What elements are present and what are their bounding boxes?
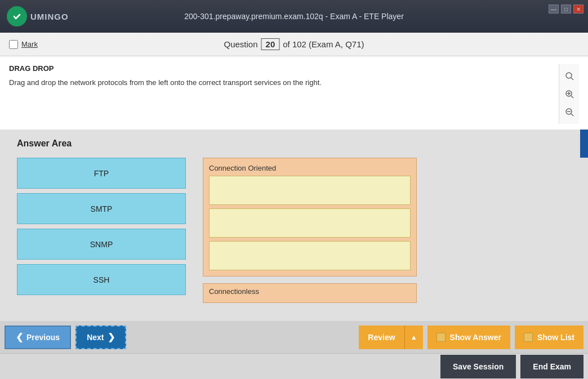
svg-point-0 bbox=[11, 11, 23, 22]
previous-button[interactable]: ❮ Previous bbox=[5, 326, 71, 349]
svg-line-4 bbox=[571, 96, 573, 98]
mark-checkbox[interactable] bbox=[9, 40, 18, 49]
connectionless-title: Connectionless bbox=[209, 287, 411, 296]
search-icon[interactable] bbox=[563, 70, 576, 82]
connection-oriented-title: Connection Oriented bbox=[209, 164, 411, 172]
save-session-button[interactable]: Save Session bbox=[440, 355, 516, 378]
minimize-button[interactable]: — bbox=[549, 5, 559, 14]
connectionless-group: Connectionless bbox=[203, 283, 417, 303]
svg-line-2 bbox=[571, 78, 573, 80]
question-content: DRAG DROP Drag and drop the network prot… bbox=[9, 64, 559, 124]
question-area: DRAG DROP Drag and drop the network prot… bbox=[0, 56, 588, 130]
window-controls: — □ ✕ bbox=[549, 5, 583, 14]
toolbar: Mark Question 20 of 102 (Exam A, Q71) bbox=[0, 33, 588, 56]
close-button[interactable]: ✕ bbox=[573, 5, 583, 14]
chevron-right-icon: ❯ bbox=[108, 332, 115, 342]
scrollbar-track[interactable] bbox=[580, 130, 588, 321]
question-number: 20 bbox=[261, 38, 280, 50]
next-button[interactable]: Next ❯ bbox=[75, 326, 126, 349]
logo-icon bbox=[7, 6, 27, 26]
drag-drop-container: FTP SMTP SNMP SSH Connection Oriented Co… bbox=[17, 158, 563, 303]
maximize-button[interactable]: □ bbox=[561, 5, 571, 14]
show-list-checkbox bbox=[524, 333, 533, 342]
review-button[interactable]: Review bbox=[359, 326, 404, 349]
review-label: Review bbox=[368, 333, 395, 342]
window-title: 200-301.prepaway.premium.exam.102q - Exa… bbox=[184, 12, 404, 21]
drag-item-ssh[interactable]: SSH bbox=[17, 264, 186, 295]
title-bar: UMINGO 200-301.prepaway.premium.exam.102… bbox=[0, 0, 588, 33]
right-areas: Connection Oriented Connectionless bbox=[203, 158, 417, 303]
bottom-bar-row1: ❮ Previous Next ❯ Review ▲ Show Answer S… bbox=[0, 321, 588, 354]
chevron-down-icon: ▲ bbox=[411, 333, 417, 341]
mark-checkbox-container: Mark bbox=[9, 40, 38, 49]
review-dropdown-button[interactable]: ▲ bbox=[405, 326, 423, 349]
previous-label: Previous bbox=[26, 333, 60, 342]
drag-item-smtp[interactable]: SMTP bbox=[17, 193, 186, 224]
end-exam-label: End Exam bbox=[533, 362, 571, 371]
question-text: Drag and drop the network protocols from… bbox=[9, 77, 559, 88]
zoom-out-icon[interactable] bbox=[563, 106, 576, 118]
zoom-in-icon[interactable] bbox=[563, 88, 576, 100]
logo: UMINGO bbox=[7, 6, 69, 26]
question-label: Question bbox=[224, 39, 258, 49]
drag-item-snmp[interactable]: SNMP bbox=[17, 229, 186, 260]
connection-oriented-group: Connection Oriented bbox=[203, 158, 417, 277]
drop-slot-3[interactable] bbox=[209, 241, 411, 270]
end-exam-button[interactable]: End Exam bbox=[520, 355, 583, 378]
mark-label[interactable]: Mark bbox=[21, 40, 38, 48]
drag-item-ftp[interactable]: FTP bbox=[17, 158, 186, 189]
show-list-label: Show List bbox=[537, 333, 574, 342]
left-items: FTP SMTP SNMP SSH bbox=[17, 158, 186, 303]
answer-area-content: Answer Area FTP SMTP SNMP SSH Connection… bbox=[0, 130, 580, 321]
zoom-controls bbox=[559, 64, 579, 124]
bottom-bar-row2: Save Session End Exam bbox=[0, 354, 588, 379]
show-answer-label: Show Answer bbox=[450, 333, 501, 342]
review-button-group: Review ▲ bbox=[359, 326, 422, 349]
show-list-button[interactable]: Show List bbox=[515, 326, 583, 349]
logo-text: UMINGO bbox=[30, 12, 69, 21]
show-answer-checkbox bbox=[436, 333, 446, 342]
show-answer-button[interactable]: Show Answer bbox=[427, 326, 510, 349]
question-type: DRAG DROP bbox=[9, 64, 559, 73]
chevron-left-icon: ❮ bbox=[16, 332, 23, 342]
answer-area-title: Answer Area bbox=[17, 139, 563, 149]
drop-slot-2[interactable] bbox=[209, 208, 411, 238]
save-session-label: Save Session bbox=[453, 362, 504, 371]
drop-slot-1[interactable] bbox=[209, 176, 411, 205]
svg-point-1 bbox=[566, 73, 572, 78]
svg-line-8 bbox=[571, 114, 573, 116]
question-total: of 102 (Exam A, Q71) bbox=[283, 39, 364, 49]
next-label: Next bbox=[87, 333, 104, 342]
scrollbar-thumb[interactable] bbox=[580, 130, 588, 158]
answer-area: Answer Area FTP SMTP SNMP SSH Connection… bbox=[0, 130, 588, 321]
question-info: Question 20 of 102 (Exam A, Q71) bbox=[224, 38, 364, 50]
